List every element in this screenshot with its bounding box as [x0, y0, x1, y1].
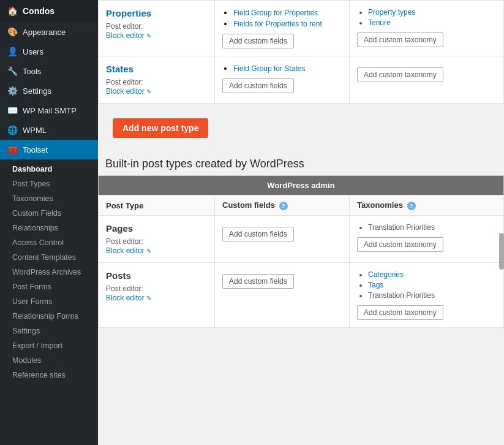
- edit-icon: ✎: [146, 295, 151, 302]
- wpmail-label: WP Mail SMTP: [23, 106, 77, 115]
- sidebar-sub-settings[interactable]: Settings: [0, 324, 98, 338]
- add-custom-taxonomy-button[interactable]: Add custom taxonomy: [357, 305, 443, 320]
- taxonomy-item: Translation Priorities: [368, 291, 496, 300]
- post-type-link[interactable]: Properties: [106, 8, 151, 18]
- field-group-link[interactable]: Fields for Properties to rent: [233, 20, 322, 28]
- sidebar-sub-user-forms[interactable]: User Forms: [0, 294, 98, 309]
- sidebar-sub-nav: Dashboard Post Types Taxonomies Custom F…: [0, 159, 98, 385]
- taxonomies-help-icon[interactable]: ?: [407, 202, 416, 210]
- sidebar-sub-content-templates[interactable]: Content Templates: [0, 250, 98, 265]
- col-custom-fields: Custom fields ?: [215, 196, 350, 216]
- sidebar-item-settings[interactable]: ⚙️ Settings: [0, 81, 98, 101]
- sidebar-item-wpml[interactable]: 🌐 WPML: [0, 120, 98, 140]
- post-type-link[interactable]: States: [106, 64, 134, 74]
- settings-label: Settings: [23, 86, 51, 96]
- field-group-link[interactable]: Field Group for States: [233, 64, 305, 73]
- builtin-heading: Built-in post types created by WordPress: [105, 158, 497, 170]
- edit-icon: ✎: [146, 32, 151, 39]
- custom-fields-cell: Field Group for States Add custom fields: [215, 56, 350, 104]
- sidebar-sub-relationships[interactable]: Relationships: [0, 221, 98, 235]
- sidebar-sub-access-control[interactable]: Access Control: [0, 235, 98, 250]
- add-custom-fields-button[interactable]: Add custom fields: [222, 274, 294, 289]
- add-custom-taxonomy-button[interactable]: Add custom taxonomy: [357, 67, 443, 82]
- custom-fields-cell: Add custom fields: [215, 263, 350, 328]
- sidebar-sub-relationship-forms[interactable]: Relationship Forms: [0, 309, 98, 324]
- taxonomy-link[interactable]: Categories: [368, 270, 404, 279]
- sidebar-sub-modules[interactable]: Modules: [0, 353, 98, 368]
- appearance-icon: 🎨: [7, 27, 18, 37]
- post-editor-label: Post editor:: [106, 78, 207, 86]
- field-group-link[interactable]: Field Group for Properties: [233, 9, 318, 17]
- taxonomy-link[interactable]: Tenure: [368, 18, 391, 27]
- sidebar-sub-post-types[interactable]: Post Types: [0, 177, 98, 191]
- post-type-name: Pages: [106, 223, 207, 234]
- add-new-section: Add new post type: [98, 104, 504, 155]
- sidebar-item-users[interactable]: 👤 Users: [0, 42, 98, 61]
- toolset-label: Toolset: [23, 145, 48, 154]
- post-type-name: Posts: [106, 270, 207, 281]
- sidebar-item-tools[interactable]: 🔧 Tools: [0, 61, 98, 81]
- table-row: Pages Post editor: Block editor ✎ Add cu…: [99, 216, 504, 263]
- sidebar-item-toolset[interactable]: 🧰 Toolset: [0, 140, 98, 159]
- post-types-table: Properties Post editor: Block editor ✎ F…: [98, 0, 504, 104]
- add-custom-taxonomy-button[interactable]: Add custom taxonomy: [357, 237, 443, 252]
- sidebar-sub-export-import[interactable]: Export / Import: [0, 338, 98, 353]
- add-custom-fields-button[interactable]: Add custom fields: [222, 227, 294, 242]
- add-custom-taxonomy-button[interactable]: Add custom taxonomy: [357, 32, 443, 47]
- brand-label: Condos: [23, 6, 55, 16]
- tools-label: Tools: [23, 67, 41, 76]
- sidebar-sub-dashboard[interactable]: Dashboard: [0, 162, 98, 177]
- wpml-label: WPML: [23, 126, 47, 135]
- block-editor-link[interactable]: Block editor ✎: [106, 246, 151, 255]
- table-row: Properties Post editor: Block editor ✎ F…: [99, 1, 504, 56]
- sidebar-item-appearance[interactable]: 🎨 Appearance: [0, 22, 98, 42]
- wpml-icon: 🌐: [7, 125, 18, 135]
- taxonomies-cell: Add custom taxonomy: [350, 56, 504, 104]
- field-group-list: Field Group for States: [222, 64, 342, 73]
- builtin-table-section: WordPress admin Post Type Custom fields …: [98, 175, 504, 328]
- post-type-cell: Properties Post editor: Block editor ✎: [99, 1, 215, 56]
- taxonomy-item: Translation Priorities: [368, 223, 496, 232]
- taxonomies-cell: Translation Priorities Add custom taxono…: [350, 216, 504, 263]
- sidebar-sub-taxonomies[interactable]: Taxonomies: [0, 191, 98, 206]
- add-custom-fields-button[interactable]: Add custom fields: [222, 34, 294, 48]
- block-editor-link[interactable]: Block editor ✎: [106, 87, 151, 96]
- wordpress-admin-header: WordPress admin: [99, 176, 504, 196]
- edit-icon: ✎: [146, 248, 151, 254]
- col-post-type: Post Type: [99, 196, 215, 216]
- sidebar-sub-wordpress-archives[interactable]: WordPress Archives: [0, 265, 98, 280]
- taxonomy-link[interactable]: Tags: [368, 281, 383, 289]
- add-custom-fields-button[interactable]: Add custom fields: [222, 78, 294, 93]
- sidebar-brand[interactable]: 🏠 Condos: [0, 0, 98, 22]
- scrollbar[interactable]: [499, 233, 504, 270]
- table-row: States Post editor: Block editor ✎ Field…: [99, 56, 504, 104]
- post-editor-label: Post editor:: [106, 22, 207, 31]
- sidebar-sub-custom-fields[interactable]: Custom Fields: [0, 206, 98, 221]
- post-type-cell: States Post editor: Block editor ✎: [99, 56, 215, 104]
- brand-icon: 🏠: [7, 6, 18, 16]
- sidebar-item-wpmail[interactable]: ✉️ WP Mail SMTP: [0, 101, 98, 120]
- sidebar-sub-post-forms[interactable]: Post Forms: [0, 280, 98, 294]
- col-taxonomies: Taxonomies ?: [350, 196, 504, 216]
- taxonomy-link[interactable]: Property types: [368, 8, 415, 17]
- toolset-icon: 🧰: [7, 145, 18, 154]
- taxonomy-list: Translation Priorities: [357, 223, 496, 232]
- builtin-post-types-table: WordPress admin Post Type Custom fields …: [98, 175, 504, 328]
- field-group-list: Field Group for Properties Fields for Pr…: [222, 8, 342, 28]
- custom-fields-cell: Add custom fields: [215, 216, 350, 263]
- users-label: Users: [23, 47, 43, 56]
- block-editor-link[interactable]: Block editor ✎: [106, 294, 151, 302]
- add-new-post-type-button[interactable]: Add new post type: [113, 118, 208, 138]
- table-row: Posts Post editor: Block editor ✎ Add cu…: [99, 263, 504, 328]
- block-editor-link[interactable]: Block editor ✎: [106, 31, 151, 40]
- sidebar-top-nav: 🎨 Appearance 👤 Users 🔧 Tools ⚙️ Settings…: [0, 22, 98, 159]
- taxonomies-cell: Property types Tenure Add custom taxonom…: [350, 1, 504, 56]
- custom-fields-help-icon[interactable]: ?: [279, 202, 288, 210]
- sidebar: 🏠 Condos 🎨 Appearance 👤 Users 🔧 Tools ⚙️…: [0, 0, 98, 445]
- post-type-cell: Pages Post editor: Block editor ✎: [99, 216, 215, 263]
- taxonomy-list: Property types Tenure: [357, 8, 496, 27]
- sidebar-sub-reference-sites[interactable]: Reference sites: [0, 368, 98, 382]
- post-editor-label: Post editor:: [106, 237, 207, 246]
- main-content: Properties Post editor: Block editor ✎ F…: [98, 0, 504, 445]
- taxonomy-list: Categories Tags Translation Priorities: [357, 270, 496, 300]
